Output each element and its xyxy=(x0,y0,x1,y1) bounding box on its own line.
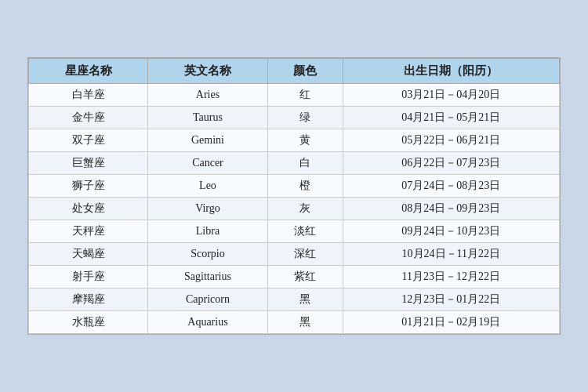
cell-chinese: 水瓶座 xyxy=(29,311,148,334)
cell-english: Capricorn xyxy=(148,289,267,311)
cell-color: 绿 xyxy=(267,107,343,129)
zodiac-table-container: 星座名称 英文名称 颜色 出生日期（阳历） 白羊座Aries红03月21日－04… xyxy=(27,57,561,335)
cell-chinese: 天蝎座 xyxy=(29,243,148,266)
cell-color: 灰 xyxy=(267,198,343,220)
table-row: 巨蟹座Cancer白06月22日－07月23日 xyxy=(29,152,560,175)
col-header-dates: 出生日期（阳历） xyxy=(343,59,559,84)
cell-english: Libra xyxy=(148,220,267,243)
cell-english: Virgo xyxy=(148,198,267,220)
table-row: 射手座Sagittarius紫红11月23日－12月22日 xyxy=(29,266,560,289)
table-header-row: 星座名称 英文名称 颜色 出生日期（阳历） xyxy=(29,59,560,84)
cell-chinese: 天秤座 xyxy=(29,220,148,243)
cell-english: Aries xyxy=(148,84,267,107)
table-row: 处女座Virgo灰08月24日－09月23日 xyxy=(29,198,560,220)
cell-chinese: 狮子座 xyxy=(29,175,148,198)
zodiac-table: 星座名称 英文名称 颜色 出生日期（阳历） 白羊座Aries红03月21日－04… xyxy=(28,58,560,334)
cell-color: 黑 xyxy=(267,311,343,334)
cell-english: Scorpio xyxy=(148,243,267,266)
col-header-english: 英文名称 xyxy=(148,59,267,84)
table-row: 天蝎座Scorpio深红10月24日－11月22日 xyxy=(29,243,560,266)
table-row: 摩羯座Capricorn黑12月23日－01月22日 xyxy=(29,289,560,311)
cell-chinese: 巨蟹座 xyxy=(29,152,148,175)
cell-color: 黄 xyxy=(267,129,343,152)
table-row: 水瓶座Aquarius黑01月21日－02月19日 xyxy=(29,311,560,334)
cell-english: Sagittarius xyxy=(148,266,267,289)
cell-dates: 05月22日－06月21日 xyxy=(343,129,559,152)
cell-dates: 10月24日－11月22日 xyxy=(343,243,559,266)
cell-chinese: 摩羯座 xyxy=(29,289,148,311)
cell-english: Aquarius xyxy=(148,311,267,334)
cell-color: 紫红 xyxy=(267,266,343,289)
cell-english: Gemini xyxy=(148,129,267,152)
cell-chinese: 双子座 xyxy=(29,129,148,152)
cell-dates: 07月24日－08月23日 xyxy=(343,175,559,198)
table-row: 金牛座Taurus绿04月21日－05月21日 xyxy=(29,107,560,129)
cell-chinese: 白羊座 xyxy=(29,84,148,107)
table-row: 天秤座Libra淡红09月24日－10月23日 xyxy=(29,220,560,243)
cell-chinese: 处女座 xyxy=(29,198,148,220)
cell-dates: 04月21日－05月21日 xyxy=(343,107,559,129)
cell-dates: 03月21日－04月20日 xyxy=(343,84,559,107)
cell-chinese: 射手座 xyxy=(29,266,148,289)
cell-color: 橙 xyxy=(267,175,343,198)
cell-chinese: 金牛座 xyxy=(29,107,148,129)
cell-color: 黑 xyxy=(267,289,343,311)
cell-english: Taurus xyxy=(148,107,267,129)
cell-dates: 09月24日－10月23日 xyxy=(343,220,559,243)
table-row: 狮子座Leo橙07月24日－08月23日 xyxy=(29,175,560,198)
col-header-chinese: 星座名称 xyxy=(29,59,148,84)
cell-color: 淡红 xyxy=(267,220,343,243)
cell-dates: 11月23日－12月22日 xyxy=(343,266,559,289)
cell-dates: 01月21日－02月19日 xyxy=(343,311,559,334)
table-row: 白羊座Aries红03月21日－04月20日 xyxy=(29,84,560,107)
cell-dates: 06月22日－07月23日 xyxy=(343,152,559,175)
cell-dates: 12月23日－01月22日 xyxy=(343,289,559,311)
cell-color: 白 xyxy=(267,152,343,175)
cell-english: Leo xyxy=(148,175,267,198)
cell-color: 深红 xyxy=(267,243,343,266)
table-row: 双子座Gemini黄05月22日－06月21日 xyxy=(29,129,560,152)
table-body: 白羊座Aries红03月21日－04月20日金牛座Taurus绿04月21日－0… xyxy=(29,84,560,334)
cell-color: 红 xyxy=(267,84,343,107)
cell-english: Cancer xyxy=(148,152,267,175)
col-header-color: 颜色 xyxy=(267,59,343,84)
cell-dates: 08月24日－09月23日 xyxy=(343,198,559,220)
